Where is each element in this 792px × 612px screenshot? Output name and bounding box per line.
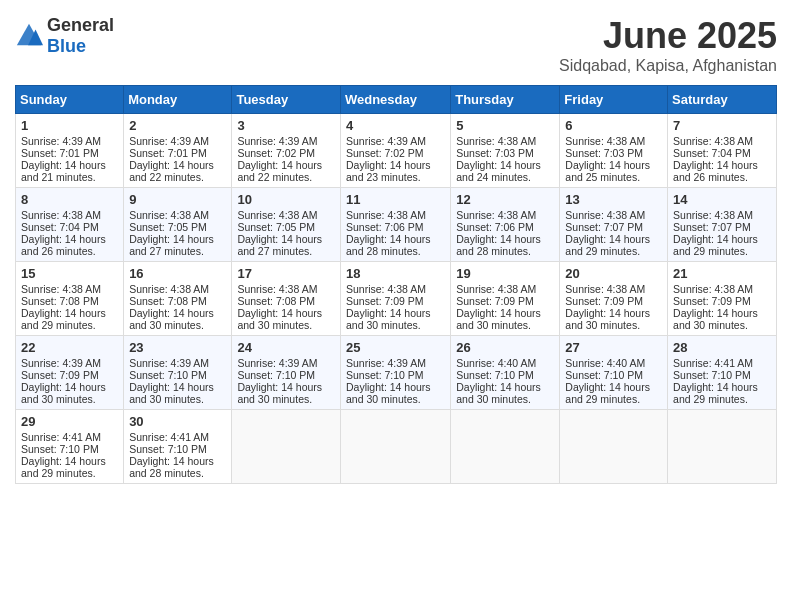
daylight: Daylight: 14 hours and 30 minutes.	[129, 381, 214, 405]
daylight: Daylight: 14 hours and 30 minutes.	[346, 381, 431, 405]
header-row: Sunday Monday Tuesday Wednesday Thursday…	[16, 86, 777, 114]
sunset: Sunset: 7:09 PM	[456, 295, 534, 307]
sunset: Sunset: 7:10 PM	[456, 369, 534, 381]
day-number: 13	[565, 192, 662, 207]
daylight: Daylight: 14 hours and 29 minutes.	[21, 307, 106, 331]
sunrise: Sunrise: 4:38 AM	[673, 209, 753, 221]
day-cell-1: 1 Sunrise: 4:39 AM Sunset: 7:01 PM Dayli…	[16, 114, 124, 188]
daylight: Daylight: 14 hours and 30 minutes.	[456, 307, 541, 331]
sunset: Sunset: 7:02 PM	[237, 147, 315, 159]
day-number: 22	[21, 340, 118, 355]
sunset: Sunset: 7:02 PM	[346, 147, 424, 159]
day-number: 6	[565, 118, 662, 133]
day-number: 29	[21, 414, 118, 429]
sunset: Sunset: 7:05 PM	[237, 221, 315, 233]
daylight: Daylight: 14 hours and 29 minutes.	[673, 233, 758, 257]
sunset: Sunset: 7:10 PM	[129, 369, 207, 381]
daylight: Daylight: 14 hours and 28 minutes.	[129, 455, 214, 479]
day-number: 19	[456, 266, 554, 281]
col-saturday: Saturday	[668, 86, 777, 114]
day-number: 20	[565, 266, 662, 281]
daylight: Daylight: 14 hours and 30 minutes.	[673, 307, 758, 331]
sunset: Sunset: 7:07 PM	[565, 221, 643, 233]
empty-cell	[668, 410, 777, 484]
week-row-1: 1 Sunrise: 4:39 AM Sunset: 7:01 PM Dayli…	[16, 114, 777, 188]
day-number: 17	[237, 266, 335, 281]
sunrise: Sunrise: 4:38 AM	[456, 209, 536, 221]
logo-text: General Blue	[47, 15, 114, 57]
location-title: Sidqabad, Kapisa, Afghanistan	[559, 57, 777, 75]
sunrise: Sunrise: 4:39 AM	[129, 357, 209, 369]
sunrise: Sunrise: 4:39 AM	[129, 135, 209, 147]
sunset: Sunset: 7:08 PM	[21, 295, 99, 307]
sunrise: Sunrise: 4:38 AM	[673, 283, 753, 295]
day-cell-4: 4 Sunrise: 4:39 AM Sunset: 7:02 PM Dayli…	[340, 114, 450, 188]
day-cell-12: 12 Sunrise: 4:38 AM Sunset: 7:06 PM Dayl…	[451, 188, 560, 262]
daylight: Daylight: 14 hours and 28 minutes.	[456, 233, 541, 257]
sunrise: Sunrise: 4:41 AM	[129, 431, 209, 443]
day-cell-14: 14 Sunrise: 4:38 AM Sunset: 7:07 PM Dayl…	[668, 188, 777, 262]
day-number: 25	[346, 340, 445, 355]
sunrise: Sunrise: 4:39 AM	[237, 135, 317, 147]
daylight: Daylight: 14 hours and 30 minutes.	[237, 381, 322, 405]
calendar-table: Sunday Monday Tuesday Wednesday Thursday…	[15, 85, 777, 484]
col-tuesday: Tuesday	[232, 86, 341, 114]
day-number: 12	[456, 192, 554, 207]
day-number: 5	[456, 118, 554, 133]
sunrise: Sunrise: 4:38 AM	[456, 135, 536, 147]
sunrise: Sunrise: 4:38 AM	[565, 283, 645, 295]
daylight: Daylight: 14 hours and 24 minutes.	[456, 159, 541, 183]
sunrise: Sunrise: 4:38 AM	[237, 283, 317, 295]
sunrise: Sunrise: 4:40 AM	[565, 357, 645, 369]
daylight: Daylight: 14 hours and 22 minutes.	[129, 159, 214, 183]
sunset: Sunset: 7:09 PM	[346, 295, 424, 307]
sunrise: Sunrise: 4:39 AM	[21, 135, 101, 147]
sunset: Sunset: 7:06 PM	[456, 221, 534, 233]
day-cell-13: 13 Sunrise: 4:38 AM Sunset: 7:07 PM Dayl…	[560, 188, 668, 262]
sunset: Sunset: 7:08 PM	[129, 295, 207, 307]
day-cell-16: 16 Sunrise: 4:38 AM Sunset: 7:08 PM Dayl…	[124, 262, 232, 336]
sunrise: Sunrise: 4:38 AM	[565, 135, 645, 147]
daylight: Daylight: 14 hours and 23 minutes.	[346, 159, 431, 183]
day-number: 30	[129, 414, 226, 429]
sunset: Sunset: 7:10 PM	[673, 369, 751, 381]
sunset: Sunset: 7:01 PM	[21, 147, 99, 159]
sunset: Sunset: 7:07 PM	[673, 221, 751, 233]
sunrise: Sunrise: 4:41 AM	[673, 357, 753, 369]
day-number: 8	[21, 192, 118, 207]
week-row-3: 15 Sunrise: 4:38 AM Sunset: 7:08 PM Dayl…	[16, 262, 777, 336]
col-monday: Monday	[124, 86, 232, 114]
sunrise: Sunrise: 4:38 AM	[565, 209, 645, 221]
daylight: Daylight: 14 hours and 30 minutes.	[21, 381, 106, 405]
daylight: Daylight: 14 hours and 21 minutes.	[21, 159, 106, 183]
sunrise: Sunrise: 4:40 AM	[456, 357, 536, 369]
sunrise: Sunrise: 4:39 AM	[346, 135, 426, 147]
day-cell-15: 15 Sunrise: 4:38 AM Sunset: 7:08 PM Dayl…	[16, 262, 124, 336]
daylight: Daylight: 14 hours and 27 minutes.	[237, 233, 322, 257]
day-cell-11: 11 Sunrise: 4:38 AM Sunset: 7:06 PM Dayl…	[340, 188, 450, 262]
day-number: 21	[673, 266, 771, 281]
day-cell-25: 25 Sunrise: 4:39 AM Sunset: 7:10 PM Dayl…	[340, 336, 450, 410]
logo-blue: Blue	[47, 36, 86, 56]
daylight: Daylight: 14 hours and 30 minutes.	[346, 307, 431, 331]
sunset: Sunset: 7:10 PM	[237, 369, 315, 381]
sunset: Sunset: 7:10 PM	[129, 443, 207, 455]
daylight: Daylight: 14 hours and 30 minutes.	[237, 307, 322, 331]
day-number: 7	[673, 118, 771, 133]
sunset: Sunset: 7:09 PM	[21, 369, 99, 381]
daylight: Daylight: 14 hours and 26 minutes.	[21, 233, 106, 257]
day-cell-18: 18 Sunrise: 4:38 AM Sunset: 7:09 PM Dayl…	[340, 262, 450, 336]
month-title: June 2025	[559, 15, 777, 57]
sunrise: Sunrise: 4:38 AM	[346, 283, 426, 295]
sunset: Sunset: 7:03 PM	[456, 147, 534, 159]
daylight: Daylight: 14 hours and 30 minutes.	[565, 307, 650, 331]
col-friday: Friday	[560, 86, 668, 114]
sunrise: Sunrise: 4:38 AM	[21, 209, 101, 221]
day-cell-23: 23 Sunrise: 4:39 AM Sunset: 7:10 PM Dayl…	[124, 336, 232, 410]
week-row-2: 8 Sunrise: 4:38 AM Sunset: 7:04 PM Dayli…	[16, 188, 777, 262]
day-number: 24	[237, 340, 335, 355]
daylight: Daylight: 14 hours and 28 minutes.	[346, 233, 431, 257]
day-number: 28	[673, 340, 771, 355]
sunrise: Sunrise: 4:38 AM	[346, 209, 426, 221]
logo: General Blue	[15, 15, 114, 57]
